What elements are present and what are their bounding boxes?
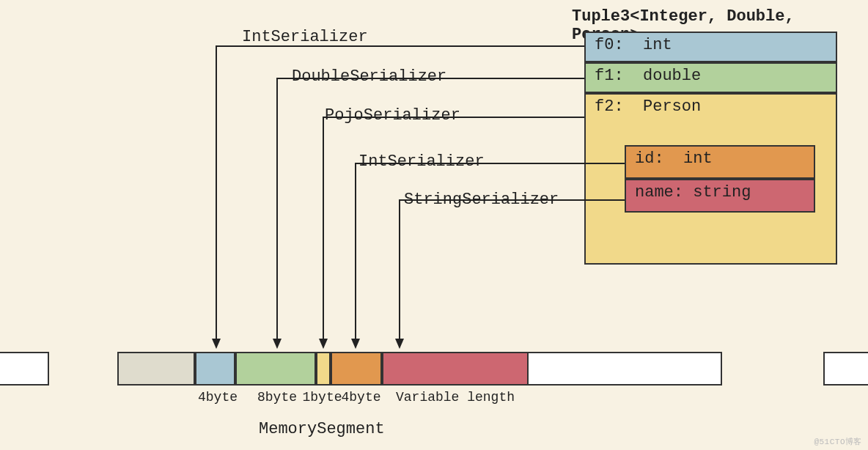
arrows-svg: [0, 0, 868, 450]
